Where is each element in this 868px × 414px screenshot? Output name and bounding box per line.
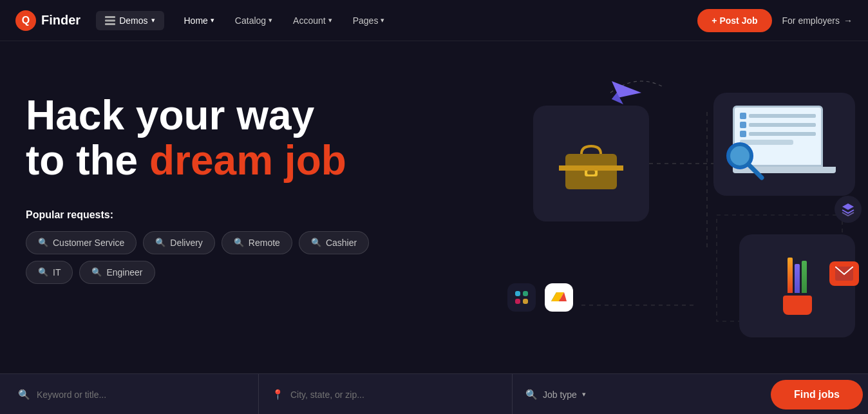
tag-search-icon-5: 🔍 — [91, 267, 102, 277]
svg-rect-0 — [105, 16, 115, 18]
mail-icon — [835, 267, 853, 281]
nav-home[interactable]: Home ▾ — [175, 10, 223, 31]
mail-badge — [829, 261, 859, 286]
svg-rect-11 — [587, 171, 595, 174]
account-chevron-icon: ▾ — [328, 16, 332, 24]
tag-delivery[interactable]: 🔍 Delivery — [143, 231, 215, 254]
nav-links: Home ▾ Catalog ▾ Account ▾ Pages ▾ — [175, 10, 697, 31]
laptop-illustration — [733, 106, 836, 183]
tag-search-icon-3: 🔍 — [311, 238, 321, 247]
svg-rect-1 — [105, 19, 115, 21]
svg-rect-17 — [523, 291, 528, 296]
home-chevron-icon: ▾ — [211, 16, 214, 24]
pencil-cup-illustration — [783, 258, 812, 315]
logo-name: Finder — [41, 13, 80, 28]
pencil-orange — [788, 258, 793, 293]
tag-engineer[interactable]: 🔍 Engineer — [79, 261, 155, 284]
pencil-purple — [795, 264, 800, 293]
app-icons-row — [507, 283, 573, 312]
hero-content: Hack your way to the dream job Popular r… — [26, 93, 412, 284]
pencil-cup — [783, 296, 812, 315]
hero-title: Hack your way to the dream job — [26, 93, 412, 183]
navbar: Q Finder Demos ▾ Home ▾ Catalog ▾ Accoun… — [0, 0, 868, 41]
tag-customer-service[interactable]: 🔍 Customer Service — [26, 231, 137, 254]
tag-search-icon-0: 🔍 — [38, 238, 48, 247]
popular-tags: 🔍 Customer Service 🔍 Delivery 🔍 Remote 🔍… — [26, 231, 412, 284]
hero-section: Hack your way to the dream job Popular r… — [0, 41, 868, 414]
nav-catalog[interactable]: Catalog ▾ — [226, 10, 281, 31]
google-drive-icon — [545, 283, 573, 312]
layers-icon — [841, 202, 855, 216]
job-type-chevron-icon: ▾ — [582, 390, 586, 399]
popular-label: Popular requests: — [26, 209, 412, 221]
pencils — [788, 258, 807, 293]
demos-chevron-icon: ▾ — [151, 16, 155, 24]
magnifier-icon — [723, 139, 764, 189]
job-type-segment[interactable]: 🔍 Job type ▾ — [513, 389, 766, 400]
logo-icon: Q — [15, 10, 36, 31]
tag-search-icon-4: 🔍 — [38, 267, 48, 277]
svg-rect-19 — [523, 299, 528, 304]
nav-right: + Post Job For employers → — [697, 9, 853, 32]
slack-icon — [507, 283, 536, 312]
catalog-chevron-icon: ▾ — [269, 16, 272, 24]
keyword-segment: 🔍 — [5, 374, 259, 414]
hero-illustrations — [469, 41, 868, 414]
nav-pages[interactable]: Pages ▾ — [344, 10, 394, 31]
logo-area: Q Finder — [15, 10, 80, 31]
svg-point-14 — [730, 146, 750, 165]
pencil-cup-card — [739, 234, 855, 337]
laptop-card — [713, 93, 855, 196]
briefcase-icon — [559, 135, 623, 193]
briefcase-card — [533, 106, 649, 221]
svg-rect-2 — [105, 23, 115, 25]
for-employers-arrow-icon: → — [844, 15, 853, 26]
demos-layers-icon — [105, 16, 115, 25]
pages-chevron-icon: ▾ — [381, 16, 384, 24]
search-bar: 🔍 📍 🔍 Job type ▾ Find jobs — [0, 373, 868, 414]
post-job-button[interactable]: + Post Job — [697, 9, 771, 32]
location-segment: 📍 — [259, 374, 513, 414]
tag-remote[interactable]: 🔍 Remote — [222, 231, 292, 254]
job-type-search-icon: 🔍 — [525, 389, 538, 400]
svg-rect-16 — [515, 291, 520, 296]
svg-line-15 — [750, 165, 762, 178]
tag-cashier[interactable]: 🔍 Cashier — [299, 231, 369, 254]
keyword-input[interactable] — [37, 390, 245, 400]
tag-search-icon-1: 🔍 — [155, 238, 165, 247]
hero-highlight: dream job — [149, 137, 346, 183]
location-input[interactable] — [290, 390, 499, 400]
location-pin-icon: 📍 — [272, 389, 284, 400]
tag-it[interactable]: 🔍 IT — [26, 261, 73, 284]
svg-rect-12 — [559, 165, 623, 171]
demos-button[interactable]: Demos ▾ — [96, 11, 164, 30]
layers-badge — [835, 196, 862, 223]
pencil-green — [802, 261, 807, 293]
tag-search-icon-2: 🔍 — [234, 238, 244, 247]
find-jobs-button[interactable]: Find jobs — [771, 380, 863, 409]
nav-account[interactable]: Account ▾ — [284, 10, 341, 31]
svg-rect-18 — [515, 299, 520, 304]
for-employers-link[interactable]: For employers → — [782, 15, 853, 26]
keyword-search-icon: 🔍 — [18, 389, 30, 400]
